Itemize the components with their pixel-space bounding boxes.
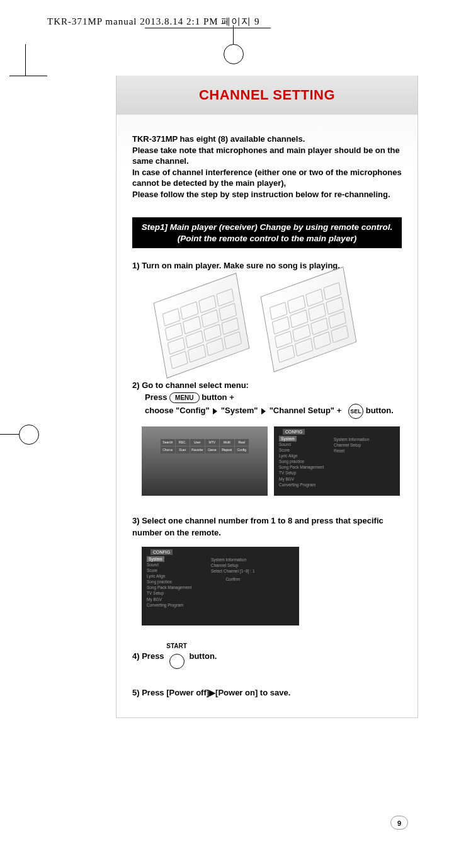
header-underline bbox=[145, 28, 271, 28]
intro-line: TKR-371MP has eight (8) available channe… bbox=[132, 134, 402, 145]
menu-item: Multi bbox=[220, 439, 234, 446]
menu-item: Chorus bbox=[161, 447, 175, 454]
step4-text: 4) Press START button. bbox=[132, 644, 402, 669]
step4-button: button. bbox=[189, 651, 217, 661]
crop-line-vertical bbox=[25, 44, 26, 76]
menu-item: Duet bbox=[176, 447, 190, 454]
config-item: Converting Program bbox=[147, 602, 299, 608]
menu-item: Config bbox=[235, 447, 249, 454]
step2-channel-setup: "Channel Setup" + bbox=[270, 406, 342, 415]
sel-button-icon: SEL bbox=[348, 404, 363, 419]
config-right-panel: System Information Channel Setup Reset bbox=[334, 437, 369, 454]
config-right-item: Channel Setup bbox=[334, 443, 361, 447]
config-item: Song practice bbox=[279, 459, 400, 464]
menu-item: Game bbox=[205, 447, 220, 454]
channel-select-value: Select Channel [1~8] : 1 bbox=[211, 569, 255, 573]
menu-item: REC. bbox=[176, 439, 190, 446]
config-screenshot: CONFIG System Sound Score Lyric Align So… bbox=[274, 426, 400, 496]
step5-text: 5) Press [Power off]▶[Power on] to save. bbox=[132, 687, 402, 699]
menu-item: Favorite bbox=[190, 447, 205, 454]
start-button-icon bbox=[169, 654, 185, 669]
menu-item: Search bbox=[161, 439, 175, 446]
intro-line: In case of channel interference (either … bbox=[132, 167, 402, 189]
config-item: TV Setup bbox=[147, 590, 299, 596]
config-item: Song Pack Management bbox=[147, 585, 299, 590]
crop-mark-top bbox=[233, 25, 234, 44]
step1-text: 1) Turn on main player. Make sure no son… bbox=[132, 260, 402, 272]
config-title: CONFIG bbox=[283, 429, 305, 435]
config-right-panel: System Information Channel Setup Select … bbox=[211, 557, 255, 582]
remote-illustration bbox=[157, 282, 359, 363]
config-item: Converting Program bbox=[279, 482, 400, 488]
config-item: Song Pack Management bbox=[279, 464, 400, 470]
remote-sketch bbox=[154, 273, 250, 379]
step-header-line: Step1] Main player (receiver) Change by … bbox=[136, 222, 398, 233]
config-right-item: System Information bbox=[334, 437, 369, 442]
config-item: TV Setup bbox=[279, 470, 400, 476]
config-title: CONFIG bbox=[151, 549, 173, 555]
step1-header: Step1] Main player (receiver) Change by … bbox=[132, 217, 402, 248]
step2-screenshots: Search REC. User MTV Multi Real Chorus D… bbox=[142, 426, 402, 496]
title-bar: CHANNEL SETTING bbox=[116, 76, 418, 115]
menu-item: User bbox=[190, 439, 205, 446]
confirm-label: Confirm bbox=[225, 577, 240, 581]
step2-choose: choose "Config" bbox=[145, 406, 210, 415]
print-header: TKR-371MP manual 2013.8.14 2:1 PM 페이지 9 bbox=[47, 16, 260, 28]
config-item: Lyric Align bbox=[279, 453, 400, 459]
page-content: CHANNEL SETTING TKR-371MP has eight (8) … bbox=[116, 76, 418, 718]
step3-text: 3) Select one channel number from 1 to 8… bbox=[132, 515, 402, 539]
remote-sketch bbox=[261, 266, 357, 372]
intro-line: Please take note that microphones and ma… bbox=[132, 145, 402, 167]
step2-button: button. bbox=[366, 406, 394, 415]
config-item: My BGV bbox=[147, 597, 299, 602]
menu-item: Real bbox=[235, 439, 249, 446]
page-title: CHANNEL SETTING bbox=[116, 87, 418, 103]
intro-line: Please follow the step by step instructi… bbox=[132, 189, 402, 200]
step-header-line: (Point the remote control to the main pl… bbox=[136, 233, 398, 244]
content-area: TKR-371MP has eight (8) available channe… bbox=[116, 115, 418, 705]
page-number: 9 bbox=[390, 816, 408, 830]
step4-press: 4) Press bbox=[132, 651, 164, 661]
config-item: System bbox=[279, 436, 297, 442]
config-right-item: System Information bbox=[211, 557, 255, 562]
menu-screenshot: Search REC. User MTV Multi Real Chorus D… bbox=[142, 426, 268, 496]
config-item: System bbox=[147, 556, 164, 562]
start-label: START bbox=[166, 641, 187, 651]
config-item: My BGV bbox=[279, 476, 400, 482]
arrow-right-icon bbox=[213, 408, 217, 414]
config-right-item: Reset bbox=[334, 448, 369, 454]
menu-item: Repeat bbox=[220, 447, 234, 454]
menu-item: MTV bbox=[205, 439, 220, 446]
step2-system: "System" bbox=[221, 406, 258, 415]
crop-mark-left bbox=[0, 434, 19, 435]
step3-screenshot: CONFIG System Sound Score Lyric Align So… bbox=[142, 547, 299, 625]
config-right-item: Channel Setup bbox=[211, 563, 238, 568]
menu-button-icon: MENU bbox=[169, 392, 199, 403]
step2-text: 2) Go to channel select menu: Press MENU… bbox=[132, 379, 402, 419]
step2-button-plus: button + bbox=[202, 392, 234, 402]
intro-text: TKR-371MP has eight (8) available channe… bbox=[132, 134, 402, 200]
step2-line1: 2) Go to channel select menu: bbox=[132, 379, 402, 392]
menu-grid: Search REC. User MTV Multi Real Chorus D… bbox=[161, 439, 249, 454]
step2-press: Press bbox=[145, 392, 167, 402]
crop-line-horizontal bbox=[9, 76, 47, 76]
arrow-right-icon bbox=[261, 408, 266, 414]
